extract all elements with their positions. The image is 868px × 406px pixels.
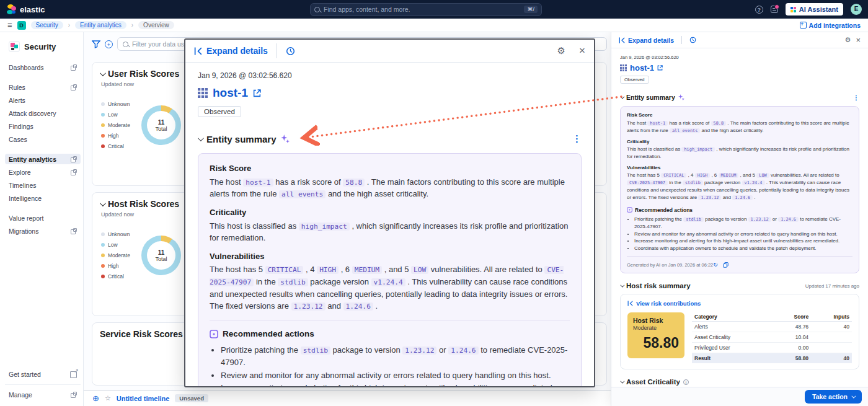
recommended-actions-icon xyxy=(627,207,632,213)
close-icon[interactable]: × xyxy=(856,35,861,45)
host-name-link[interactable]: host-1 xyxy=(630,63,654,73)
add-integrations-link[interactable]: Add integrations xyxy=(800,22,861,29)
app-header: Security xyxy=(9,41,77,52)
breadcrumb-security[interactable]: Security xyxy=(31,21,63,29)
risk-legend: Unknown Low Moderate High Critical xyxy=(101,231,130,280)
app-page: elastic Find apps, content, and more. ⌘/… xyxy=(0,0,868,406)
user-avatar[interactable]: E xyxy=(851,4,862,15)
table-row: Alerts48.7640 xyxy=(692,322,852,332)
service-risk-title: Service Risk Scores xyxy=(100,329,183,339)
entity-flyout-panel: Expand details ⚙ × Jan 9, 2026 @ 03:02:5… xyxy=(611,32,868,406)
sidebar-item-rules[interactable]: Rules xyxy=(5,82,81,92)
host-risk-donut-chart[interactable]: 11Total xyxy=(141,236,181,275)
newsfeed-icon[interactable] xyxy=(771,6,778,13)
divider xyxy=(627,256,852,257)
sidebar-item-explore[interactable]: Explore xyxy=(5,167,81,177)
breadcrumb-entity-analytics[interactable]: Entity analytics xyxy=(75,21,126,29)
recommended-actions-heading: Recommended actions xyxy=(635,206,693,214)
open-panel-icon xyxy=(71,64,77,71)
sidebar-item-migrations[interactable]: Migrations xyxy=(5,226,81,236)
history-icon[interactable] xyxy=(689,37,696,43)
take-action-button[interactable]: Take action xyxy=(805,390,862,404)
security-sidebar: Security Dashboards Rules Alerts Attack … xyxy=(0,32,84,406)
gear-icon[interactable]: ⚙ xyxy=(557,45,565,56)
host-grid-icon xyxy=(198,88,208,98)
vulnerabilities-heading: Vulnerabilities xyxy=(627,164,852,172)
sidebar-item-findings[interactable]: Findings xyxy=(5,121,81,131)
risk-score-text: The host host-1 has a risk score of 58.8… xyxy=(627,120,852,135)
entity-summary-title: Entity summary xyxy=(626,94,675,101)
app-title: Security xyxy=(24,42,56,51)
expand-details-button[interactable]: Expand details xyxy=(194,46,268,56)
top-navigation-bar: elastic Find apps, content, and more. ⌘/… xyxy=(0,0,868,19)
criticality-heading: Criticality xyxy=(210,206,570,219)
ai-assistant-button[interactable]: AI Assistant xyxy=(786,3,843,15)
open-panel-icon xyxy=(71,156,77,162)
user-risk-donut-chart[interactable]: 11Total xyxy=(141,105,181,145)
flyout-header: Expand details ⚙ × xyxy=(611,32,868,48)
legend-dot-critical xyxy=(101,275,105,278)
regenerate-icon[interactable]: ↻ xyxy=(713,261,718,269)
copy-icon[interactable] xyxy=(723,262,728,268)
sidebar-item-cases[interactable]: Cases xyxy=(5,134,81,144)
chevron-down-icon[interactable] xyxy=(620,94,624,99)
recommended-actions-list: Prioritize patching the stdlib package t… xyxy=(210,344,570,386)
info-icon[interactable]: i xyxy=(683,379,689,385)
saved-query-icon[interactable]: + xyxy=(105,40,113,48)
launch-icon xyxy=(70,371,77,378)
timeline-title-link[interactable]: Untitled timeline xyxy=(117,395,170,402)
breadcrumb-overview[interactable]: Overview xyxy=(138,21,174,29)
recommended-action-item: Review and monitor for any abnormal acti… xyxy=(634,231,852,238)
space-avatar[interactable]: D xyxy=(17,21,26,30)
external-link-icon[interactable] xyxy=(657,65,663,71)
recommended-action-item: Review and monitor for any abnormal acti… xyxy=(221,369,570,382)
more-actions-icon[interactable]: ⋮ xyxy=(572,133,582,144)
add-timeline-icon[interactable]: ⊕ xyxy=(92,394,99,403)
expand-left-icon xyxy=(627,301,633,306)
more-actions-icon[interactable]: ⋮ xyxy=(853,94,859,101)
gear-icon[interactable]: ⚙ xyxy=(845,36,851,44)
filter-icon[interactable] xyxy=(92,40,100,48)
entity-summary-panel: Risk Score The host host-1 has a risk sc… xyxy=(620,106,859,273)
legend-dot-moderate xyxy=(101,123,105,127)
chevron-down-icon[interactable] xyxy=(100,70,106,76)
breadcrumb-separator: › xyxy=(131,22,133,29)
external-link-icon[interactable] xyxy=(253,89,261,97)
menu-icon[interactable]: ≡ xyxy=(7,21,12,29)
divider xyxy=(5,384,81,385)
chevron-down-icon[interactable] xyxy=(100,200,106,206)
sidebar-item-value-report[interactable]: Value report xyxy=(5,213,81,223)
chevron-down-icon[interactable] xyxy=(620,379,624,384)
flyout-body: Jan 9, 2026 @ 03:02:56.620 host-1 Observ… xyxy=(611,48,868,387)
sidebar-item-manage[interactable]: Manage xyxy=(5,389,81,401)
host-risk-summary-title: Host risk summary xyxy=(626,282,691,289)
favorite-icon[interactable]: ☆ xyxy=(105,394,111,402)
legend-dot-low xyxy=(101,113,105,117)
sidebar-item-timelines[interactable]: Timelines xyxy=(5,180,81,190)
expand-details-button[interactable]: Expand details xyxy=(619,37,674,44)
chevron-down-icon[interactable] xyxy=(620,283,624,288)
help-icon[interactable]: ? xyxy=(755,6,763,14)
sidebar-item-attack-discovery[interactable]: Attack discovery xyxy=(5,108,81,118)
legend-dot-low xyxy=(101,243,105,247)
sidebar-item-entity-analytics[interactable]: Entity analytics xyxy=(5,154,81,164)
sidebar-item-get-started[interactable]: Get started xyxy=(5,368,81,381)
host-grid-icon xyxy=(620,64,627,71)
entity-summary-title: Entity summary xyxy=(206,134,277,144)
criticality-text: This host is classified as high_impact ,… xyxy=(627,146,852,161)
sidebar-item-alerts[interactable]: Alerts xyxy=(5,95,81,105)
sidebar-item-dashboards[interactable]: Dashboards xyxy=(5,62,81,73)
breadcrumb-separator: › xyxy=(68,22,70,29)
elastic-brand[interactable]: elastic xyxy=(6,4,45,14)
view-risk-contributions-link[interactable]: View risk contributions xyxy=(627,300,852,307)
history-icon[interactable] xyxy=(286,46,295,56)
chevron-down-icon[interactable] xyxy=(198,135,204,141)
host-risk-level: Moderate xyxy=(633,325,679,331)
modal-body: Jan 9, 2026 @ 03:02:56.620 host-1 Observ… xyxy=(185,63,594,386)
close-icon[interactable]: × xyxy=(579,45,585,57)
vulnerabilities-heading: Vulnerabilities xyxy=(210,250,570,263)
global-search-input[interactable]: Find apps, content, and more. ⌘/ xyxy=(310,3,542,16)
recommended-actions-list: Prioritize patching the stdlib package t… xyxy=(627,216,852,252)
sidebar-item-intelligence[interactable]: Intelligence xyxy=(5,193,81,203)
host-name-link[interactable]: host-1 xyxy=(213,86,248,100)
